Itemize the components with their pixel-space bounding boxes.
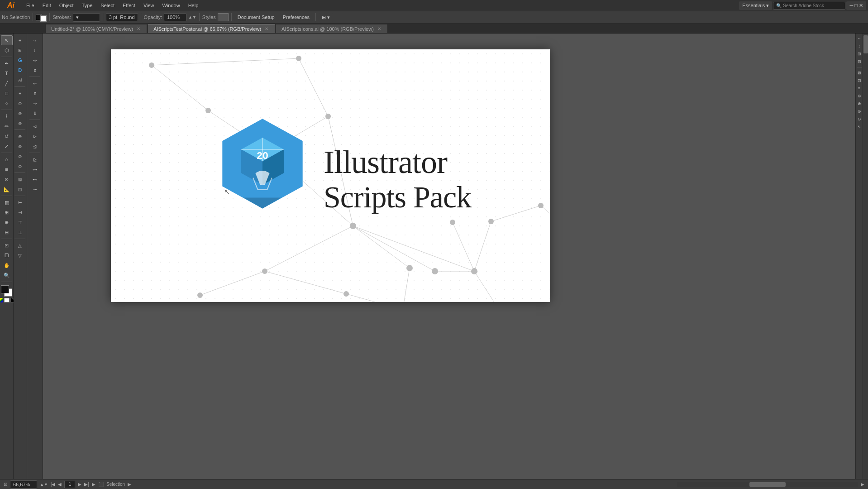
arrange-button[interactable]: ⊞ ▾ [319, 13, 333, 22]
extra-tool-6[interactable]: ⊗ [14, 141, 26, 151]
extra-tool-3[interactable]: ⊚ [14, 108, 26, 118]
extra-tool-8[interactable]: ⊙ [14, 161, 26, 171]
tab-2-close[interactable]: ✕ [377, 26, 382, 32]
pen-tool[interactable]: ✒ [1, 58, 13, 68]
rc-tool-12[interactable]: ⊵ [28, 154, 42, 164]
rc-tool-7[interactable]: ⇒ [28, 98, 42, 108]
menu-view[interactable]: View [140, 2, 158, 9]
page-number[interactable] [64, 481, 75, 488]
measure-tool[interactable]: 📐 [1, 184, 13, 194]
paintbrush-tool[interactable]: ⌇ [1, 111, 13, 121]
menu-type[interactable]: Type [78, 2, 96, 9]
extra-tool-5[interactable]: ⊕ [14, 131, 26, 141]
ellipse-tool[interactable]: ○ [1, 98, 13, 108]
rotate-tool[interactable]: ↺ [1, 131, 13, 141]
extra-tool-10[interactable]: ⊡ [14, 184, 26, 194]
opacity-input[interactable]: 100% [164, 13, 186, 21]
scale-tool[interactable]: ⤢ [1, 141, 13, 151]
tool-g[interactable]: G [14, 55, 26, 65]
stroke-swatch[interactable] [36, 13, 47, 22]
add-anchor-tool[interactable]: + [14, 88, 26, 98]
zoom-tool[interactable]: 🔍 [1, 270, 13, 280]
status-arrow[interactable]: ▶ [128, 482, 131, 487]
blend-tool[interactable]: ≋ [1, 164, 13, 174]
extra-tool-15[interactable]: △ [14, 240, 26, 250]
zoom-in-icon[interactable]: + [14, 35, 26, 45]
scroll-thumb[interactable] [863, 35, 868, 53]
essentials-dropdown[interactable]: Essentials ▾ [739, 1, 772, 10]
tab-0[interactable]: Untitled-2* @ 100% (CMYK/Preview) ✕ [45, 24, 147, 33]
rp-tool-7[interactable]: ≡ [856, 85, 863, 91]
extra-tool-14[interactable]: ⊥ [14, 227, 26, 237]
strokes-dropdown[interactable]: ▾ [73, 13, 100, 22]
h-scroll-thumb[interactable] [749, 482, 786, 487]
play-button[interactable]: ▶ [92, 482, 95, 487]
tab-0-close[interactable]: ✕ [136, 26, 141, 32]
canvas-area[interactable]: 20 Illustrator Scripts Pack ↖ [43, 34, 855, 479]
selection-tool[interactable]: ↖ [1, 35, 13, 45]
line-tool[interactable]: ╱ [1, 78, 13, 88]
rc-tool-6[interactable]: ⇑ [28, 88, 42, 98]
extra-tool-13[interactable]: ⊤ [14, 217, 26, 227]
h-scroll-right[interactable]: ▶ [861, 482, 864, 487]
rp-tool-4[interactable]: ⊟ [856, 58, 863, 65]
rc-tool-13[interactable]: ⊶ [28, 164, 42, 174]
rp-tool-11[interactable]: ⊙ [856, 116, 863, 122]
menu-object[interactable]: Object [56, 2, 77, 9]
gradient-tool[interactable]: ▨ [1, 197, 13, 207]
rc-tool-5[interactable]: ⇐ [28, 78, 42, 88]
rc-tool-1[interactable]: ↔ [28, 35, 42, 45]
menu-window[interactable]: Window [159, 2, 184, 9]
extra-tool-2[interactable]: ⊙ [14, 98, 26, 108]
fit-artboard-icon[interactable]: ⊞ [14, 45, 26, 55]
rc-tool-9[interactable]: ⊲ [28, 121, 42, 131]
menu-file[interactable]: File [23, 2, 38, 9]
menu-edit[interactable]: Edit [39, 2, 55, 9]
direct-select-tool[interactable]: ⬡ [1, 45, 13, 55]
extra-tool-7[interactable]: ⊘ [14, 151, 26, 161]
styles-swatch[interactable] [218, 13, 229, 21]
h-scroll-area[interactable] [677, 482, 858, 487]
fit-page-button[interactable]: ⊡ [4, 482, 7, 487]
rp-tool-1[interactable]: ↔ [856, 35, 863, 42]
pencil-tool[interactable]: ✏ [1, 121, 13, 131]
tab-2[interactable]: AIScriptsIcons.ai @ 100% (RGB/Preview) ✕ [276, 24, 388, 33]
nav-next[interactable]: ▶ [78, 482, 81, 487]
artboard-tool[interactable]: ⊡ [1, 240, 13, 250]
mesh-tool[interactable]: ⊞ [1, 207, 13, 217]
opacity-arrows[interactable]: ▲▼ [188, 15, 196, 19]
rp-tool-3[interactable]: ⊞ [856, 51, 863, 57]
rc-tool-11[interactable]: ⊴ [28, 141, 42, 151]
tool-d[interactable]: D [14, 65, 26, 75]
tab-1-close[interactable]: ✕ [264, 26, 269, 32]
search-adobe-stock[interactable]: 🔍 Search Adobe Stock [773, 2, 845, 10]
warp-tool[interactable]: ⌂ [1, 154, 13, 164]
type-tool[interactable]: T [1, 68, 13, 78]
tool-ai[interactable]: Ai [14, 75, 26, 85]
menu-help[interactable]: Help [185, 2, 202, 9]
shape-builder-tool[interactable]: ⊕ [1, 217, 13, 227]
color-swatches[interactable] [1, 285, 13, 297]
extra-tool-12[interactable]: ⊣ [14, 207, 26, 217]
rc-tool-10[interactable]: ⊳ [28, 131, 42, 141]
rc-tool-8[interactable]: ⇓ [28, 108, 42, 118]
rp-tool-5[interactable]: ⊠ [856, 70, 863, 76]
preferences-button[interactable]: Preferences [280, 13, 313, 21]
extra-tool-4[interactable]: ⊛ [14, 118, 26, 128]
extra-tool-9[interactable]: ⊠ [14, 174, 26, 184]
tab-1[interactable]: AIScriptsTestPoster.ai @ 66,67% (RGB/Pre… [148, 24, 275, 33]
rp-tool-2[interactable]: ↕ [856, 43, 863, 49]
nav-last[interactable]: ▶| [84, 482, 89, 487]
rp-tool-9[interactable]: ⊗ [856, 101, 863, 107]
vertical-scrollbar[interactable] [863, 34, 868, 479]
nav-prev[interactable]: ◀ [58, 482, 62, 487]
hand-tool[interactable]: ✋ [1, 260, 13, 270]
live-paint-tool[interactable]: ⊟ [1, 227, 13, 237]
window-controls[interactable]: ─ □ ✕ [846, 1, 866, 10]
slice-tool[interactable]: ⧠ [1, 250, 13, 260]
menu-effect[interactable]: Effect [119, 2, 139, 9]
menu-select[interactable]: Select [97, 2, 118, 9]
zoom-arrows[interactable]: ▲▼ [40, 482, 48, 487]
zoom-level[interactable]: 66,67% [10, 480, 37, 489]
color-button[interactable] [0, 298, 3, 302]
